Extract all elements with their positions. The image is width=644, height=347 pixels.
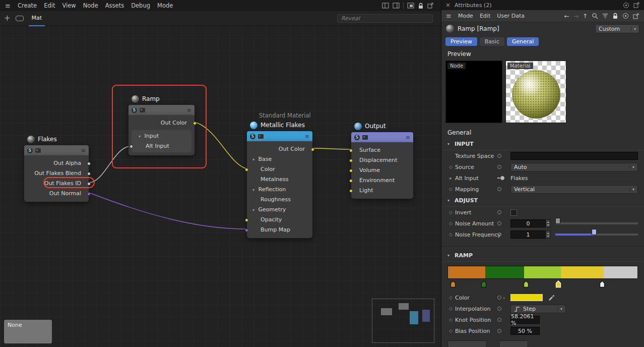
node-metallic-flakes[interactable]: Standard Material Metallic Flakes S ≡ Ou…	[247, 112, 312, 238]
lock-icon[interactable]	[612, 13, 618, 19]
section-input-header[interactable]: ▾ INPUT	[441, 138, 644, 150]
invert-checkbox[interactable]	[510, 209, 517, 216]
expand-icon[interactable]: ▸	[446, 176, 455, 181]
popout-icon[interactable]	[633, 13, 639, 19]
toolbar-user-data[interactable]: User Data	[497, 13, 525, 19]
port-dot[interactable]	[349, 149, 353, 152]
port-dot[interactable]	[87, 192, 91, 196]
preview-icon[interactable]	[258, 134, 264, 139]
port-connected-icon[interactable]	[500, 176, 504, 180]
menu-edit[interactable]: Edit	[44, 2, 55, 9]
node-menu-icon[interactable]: ≡	[305, 133, 309, 140]
port-color[interactable]: Color	[247, 164, 312, 175]
port-ring-icon[interactable]	[497, 296, 501, 300]
port-ring-icon[interactable]	[497, 154, 501, 158]
spinner-icon[interactable]	[546, 219, 550, 227]
tab-preview[interactable]: Preview	[445, 37, 477, 46]
toolbar-edit[interactable]: Edit	[480, 13, 490, 19]
port-dot[interactable]	[87, 162, 91, 165]
port-ring-icon[interactable]	[497, 221, 501, 225]
ramp-knot[interactable]	[599, 280, 605, 290]
port-metallic-out-color[interactable]: Out Color	[247, 144, 312, 154]
port-dot[interactable]	[349, 169, 353, 172]
tab-general[interactable]: General	[507, 37, 539, 46]
node-flakes[interactable]: Flakes S ≡ Out Alpha Out Flakes Blend Ou…	[24, 134, 89, 202]
section-base[interactable]: ▾ Base	[247, 154, 312, 164]
float-pane-icon[interactable]	[407, 3, 414, 9]
popout-icon[interactable]	[633, 2, 640, 8]
port-ring-icon[interactable]	[497, 318, 501, 322]
partial-button[interactable]	[447, 340, 487, 347]
hamburger-icon[interactable]: ≡	[446, 12, 452, 20]
lock-icon[interactable]	[418, 3, 424, 9]
split-pane-right-icon[interactable]	[393, 3, 400, 9]
material-preview[interactable]: Material	[505, 61, 566, 123]
port-alt-input[interactable]: Alt Input	[132, 141, 191, 151]
port-ring-icon[interactable]	[497, 210, 501, 214]
section-ramp-header[interactable]: ▾ RAMP	[441, 250, 644, 262]
graph-minimap[interactable]	[372, 299, 434, 343]
noise-frequency-slider[interactable]	[555, 231, 638, 238]
port-dot[interactable]	[245, 228, 248, 232]
node-output[interactable]: Output S ≡ Surface Displacement Volume E…	[351, 121, 413, 199]
port-light[interactable]: Light	[351, 186, 413, 196]
port-ring-icon[interactable]	[497, 165, 501, 169]
interpolation-dropdown[interactable]: Step ▾	[510, 305, 566, 313]
node-metallic-header[interactable]: S ≡	[247, 131, 312, 141]
search-icon[interactable]	[592, 13, 598, 19]
port-metalness[interactable]: Metalness	[247, 175, 312, 185]
section-geometry[interactable]: ▾ Geometry	[247, 205, 312, 215]
filter-icon[interactable]	[602, 13, 608, 19]
port-dot[interactable]	[311, 148, 314, 151]
menu-node[interactable]: Node	[83, 2, 98, 9]
node-ramp[interactable]: Ramp S ≡ Out Color ▾ Input Alt Input	[128, 94, 195, 155]
section-adjust-header[interactable]: ▾ ADJUST	[441, 195, 644, 207]
node-flakes-header[interactable]: S ≡	[24, 145, 89, 155]
port-environment[interactable]: Environment	[351, 176, 413, 186]
split-pane-left-icon[interactable]	[382, 3, 389, 9]
section-reflection[interactable]: ▾ Reflection	[247, 185, 312, 195]
port-out-alpha[interactable]: Out Alpha	[24, 158, 89, 168]
ramp-knot[interactable]	[450, 280, 456, 290]
port-ring-icon[interactable]	[497, 329, 501, 333]
up-icon[interactable]: ↑	[583, 13, 588, 20]
preview-icon[interactable]	[140, 108, 145, 112]
ramp-gradient[interactable]	[447, 266, 638, 279]
port-dot[interactable]	[349, 179, 353, 183]
ramp-input-section[interactable]: ▾ Input	[132, 131, 191, 141]
port-opacity[interactable]: Opacity	[247, 215, 312, 225]
port-ring-icon[interactable]	[497, 233, 501, 237]
popout-icon[interactable]	[427, 3, 434, 9]
port-dot[interactable]	[245, 168, 248, 171]
slider-track[interactable]	[555, 222, 638, 224]
chevron-down-icon[interactable]: ▾	[252, 208, 254, 212]
port-displacement[interactable]: Displacement	[351, 155, 413, 165]
port-dot[interactable]	[349, 189, 353, 193]
solo-icon[interactable]: S	[132, 107, 137, 113]
target-icon[interactable]	[622, 13, 629, 19]
port-out-normal[interactable]: Out Normal	[24, 189, 89, 199]
chevron-down-icon[interactable]: ▾	[252, 188, 254, 192]
port-ring-icon[interactable]	[497, 187, 501, 191]
port-surface[interactable]: Surface	[351, 145, 413, 155]
port-roughness[interactable]: Roughness	[247, 195, 312, 205]
chevron-right-icon[interactable]: ›	[503, 295, 505, 301]
menu-view[interactable]: View	[62, 2, 76, 9]
alt-input-link[interactable]: Flakes	[510, 175, 528, 182]
node-output-header[interactable]: S ≡	[351, 132, 413, 142]
eyedropper-icon[interactable]	[548, 294, 555, 302]
forward-icon[interactable]: →	[573, 13, 578, 20]
mapping-dropdown[interactable]: Vertical ▾	[510, 185, 638, 194]
noise-amount-field[interactable]: 0	[510, 219, 546, 227]
texture-space-field[interactable]	[510, 152, 638, 160]
ramp-knot[interactable]	[555, 280, 561, 290]
chevron-down-icon[interactable]: ▾	[252, 157, 254, 162]
chevron-down-icon[interactable]: ▾	[139, 134, 141, 139]
toolbar-mode[interactable]: Mode	[458, 13, 473, 19]
preview-icon[interactable]	[362, 135, 368, 140]
noise-frequency-field[interactable]: 1	[510, 230, 546, 239]
hamburger-icon[interactable]: ≡	[5, 2, 11, 10]
menu-debug[interactable]: Debug	[131, 2, 150, 9]
port-out-flakes-blend[interactable]: Out Flakes Blend	[24, 168, 89, 179]
solo-icon[interactable]: S	[27, 148, 33, 153]
